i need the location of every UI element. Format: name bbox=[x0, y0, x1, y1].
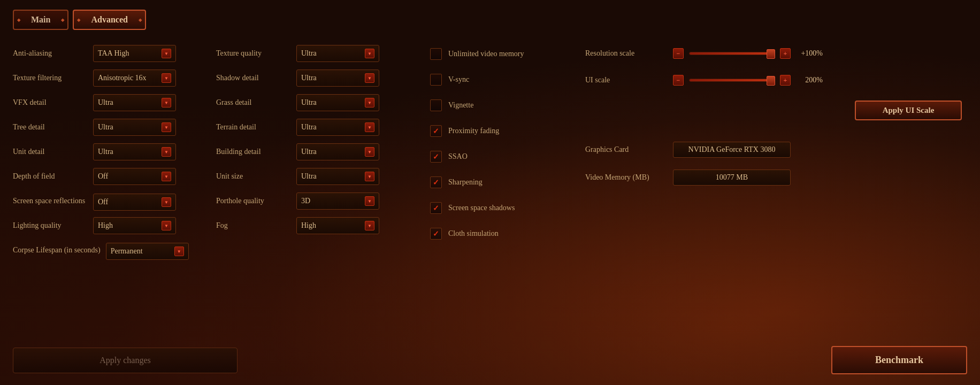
corpse-lifespan-arrow bbox=[174, 247, 184, 256]
resolution-scale-fill bbox=[690, 52, 774, 55]
setting-corpse-lifespan: Corpse Lifespan (in seconds) Permanent bbox=[13, 238, 216, 262]
setting-tree-detail: Tree detail Ultra bbox=[13, 116, 216, 139]
vfx-detail-dropdown[interactable]: Ultra bbox=[93, 94, 176, 111]
ui-scale-track[interactable] bbox=[689, 79, 775, 82]
grass-detail-dropdown[interactable]: Ultra bbox=[296, 94, 379, 111]
resolution-scale-row: Resolution scale − + +100% bbox=[585, 42, 967, 65]
tree-detail-label: Tree detail bbox=[13, 123, 88, 132]
fog-arrow bbox=[365, 221, 374, 230]
shadow-detail-label: Shadow detail bbox=[216, 74, 291, 82]
resolution-scale-thumb[interactable] bbox=[767, 49, 775, 59]
proximity-fading-checkbox[interactable] bbox=[430, 125, 442, 137]
cloth-simulation-checkbox[interactable] bbox=[430, 228, 442, 240]
resolution-scale-track[interactable] bbox=[689, 52, 775, 55]
setting-lighting-quality: Lighting quality High bbox=[13, 214, 216, 237]
shadow-detail-dropdown[interactable]: Ultra bbox=[296, 70, 379, 87]
proximity-fading-label: Proximity fading bbox=[448, 127, 499, 135]
resolution-scale-plus-button[interactable]: + bbox=[780, 48, 791, 59]
fog-label: Fog bbox=[216, 221, 291, 230]
setting-vfx-detail: VFX detail Ultra bbox=[13, 91, 216, 114]
setting-texture-quality: Texture quality Ultra bbox=[216, 42, 419, 65]
fog-dropdown[interactable]: High bbox=[296, 217, 379, 234]
sharpening-checkbox[interactable] bbox=[430, 176, 442, 188]
porthole-quality-arrow bbox=[365, 196, 374, 206]
lighting-quality-dropdown[interactable]: High bbox=[93, 217, 176, 234]
video-memory-label: Video Memory (MB) bbox=[585, 173, 665, 182]
tab-advanced[interactable]: Advanced bbox=[73, 10, 146, 30]
grass-detail-value: Ultra bbox=[301, 98, 362, 107]
vignette-checkbox[interactable] bbox=[430, 99, 442, 111]
checkbox-screen-space-shadows: Screen space shadows bbox=[430, 196, 569, 220]
unit-size-value: Ultra bbox=[301, 172, 362, 181]
screen-space-shadows-checkbox[interactable] bbox=[430, 202, 442, 214]
depth-of-field-arrow bbox=[162, 172, 171, 181]
anti-aliasing-dropdown[interactable]: TAA High bbox=[93, 45, 176, 62]
unlimited-video-memory-checkbox[interactable] bbox=[430, 48, 442, 60]
unlimited-video-memory-label: Unlimited video memory bbox=[448, 50, 524, 58]
setting-grass-detail: Grass detail Ultra bbox=[216, 91, 419, 114]
depth-of-field-label: Depth of field bbox=[13, 172, 88, 181]
anti-aliasing-value: TAA High bbox=[98, 49, 158, 58]
texture-filtering-dropdown[interactable]: Anisotropic 16x bbox=[93, 70, 176, 87]
resolution-scale-minus-button[interactable]: − bbox=[673, 48, 684, 59]
shadow-detail-value: Ultra bbox=[301, 74, 362, 82]
corpse-lifespan-dropdown[interactable]: Permanent bbox=[106, 243, 189, 260]
unit-size-label: Unit size bbox=[216, 172, 291, 181]
unit-detail-dropdown[interactable]: Ultra bbox=[93, 143, 176, 160]
benchmark-button[interactable]: Benchmark bbox=[831, 346, 967, 374]
texture-quality-label: Texture quality bbox=[216, 49, 291, 58]
vfx-detail-label: VFX detail bbox=[13, 98, 88, 107]
checkbox-sharpening: Sharpening bbox=[430, 170, 569, 195]
right-panel: Resolution scale − + +100% UI scale − bbox=[569, 42, 967, 343]
texture-filtering-label: Texture filtering bbox=[13, 74, 88, 82]
resolution-scale-slider-container: − + +100% bbox=[673, 48, 823, 59]
unit-detail-label: Unit detail bbox=[13, 148, 88, 156]
ui-scale-plus-button[interactable]: + bbox=[780, 75, 791, 86]
mid-settings-col: Texture quality Ultra Shadow detail Ultr… bbox=[216, 42, 419, 343]
lighting-quality-arrow bbox=[162, 221, 171, 230]
terrain-detail-value: Ultra bbox=[301, 123, 362, 132]
checkbox-ssao: SSAO bbox=[430, 144, 569, 169]
screen-space-reflections-dropdown[interactable]: Off bbox=[93, 194, 176, 211]
unit-detail-value: Ultra bbox=[98, 148, 158, 156]
ui-scale-thumb[interactable] bbox=[767, 76, 775, 86]
bottom-bar: Apply changes Benchmark bbox=[13, 346, 967, 374]
setting-building-detail: Building detail Ultra bbox=[216, 140, 419, 164]
texture-quality-value: Ultra bbox=[301, 49, 362, 58]
unit-size-dropdown[interactable]: Ultra bbox=[296, 168, 379, 185]
terrain-detail-arrow bbox=[365, 122, 374, 132]
screen-space-shadows-label: Screen space shadows bbox=[448, 204, 515, 212]
texture-quality-arrow bbox=[365, 49, 374, 58]
video-memory-row: Video Memory (MB) 10077 MB bbox=[585, 165, 967, 190]
vsync-checkbox[interactable] bbox=[430, 74, 442, 86]
setting-shadow-detail: Shadow detail Ultra bbox=[216, 66, 419, 90]
tab-main[interactable]: Main bbox=[13, 10, 68, 30]
ui-scale-slider-container: − + 200% bbox=[673, 75, 823, 86]
checkbox-proximity-fading: Proximity fading bbox=[430, 119, 569, 143]
setting-anti-aliasing: Anti-aliasing TAA High bbox=[13, 42, 216, 65]
setting-terrain-detail: Terrain detail Ultra bbox=[216, 116, 419, 139]
terrain-detail-dropdown[interactable]: Ultra bbox=[296, 119, 379, 136]
graphics-card-value: NVIDIA GeForce RTX 3080 bbox=[673, 142, 791, 158]
apply-changes-button[interactable]: Apply changes bbox=[13, 348, 238, 373]
building-detail-dropdown[interactable]: Ultra bbox=[296, 143, 379, 160]
ui-scale-minus-button[interactable]: − bbox=[673, 75, 684, 86]
porthole-quality-dropdown[interactable]: 3D bbox=[296, 192, 379, 210]
depth-of-field-dropdown[interactable]: Off bbox=[93, 168, 176, 185]
apply-ui-scale-button[interactable]: Apply UI Scale bbox=[855, 101, 962, 120]
anti-aliasing-arrow bbox=[162, 49, 171, 58]
setting-depth-of-field: Depth of field Off bbox=[13, 165, 216, 188]
ui-scale-fill bbox=[690, 79, 774, 81]
checkbox-unlimited-video-memory: Unlimited video memory bbox=[430, 42, 569, 66]
vfx-detail-value: Ultra bbox=[98, 98, 158, 107]
ssao-checkbox[interactable] bbox=[430, 151, 442, 163]
texture-quality-dropdown[interactable]: Ultra bbox=[296, 45, 379, 62]
tabs-bar: Main Advanced bbox=[13, 10, 967, 30]
tree-detail-value: Ultra bbox=[98, 123, 158, 132]
cloth-simulation-label: Cloth simulation bbox=[448, 229, 499, 238]
corpse-lifespan-label: Corpse Lifespan (in seconds) bbox=[13, 243, 101, 255]
ui-scale-label: UI scale bbox=[585, 76, 665, 84]
tree-detail-dropdown[interactable]: Ultra bbox=[93, 119, 176, 136]
lighting-quality-value: High bbox=[98, 221, 158, 230]
texture-filtering-value: Anisotropic 16x bbox=[98, 74, 158, 82]
